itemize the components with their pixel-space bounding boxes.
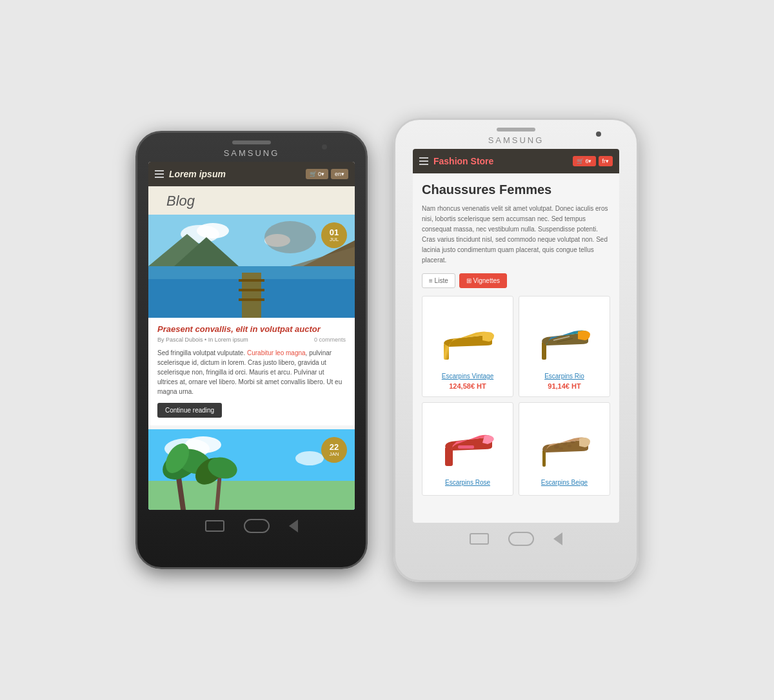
product-name-2[interactable]: Escarpins Rio	[544, 373, 584, 380]
page-description: Nam rhoncus venenatis velit sit amet vol…	[422, 204, 610, 266]
camera-dark	[322, 144, 327, 150]
speaker-dark	[232, 141, 271, 144]
post-image-2: 22 JAN	[148, 429, 355, 510]
app-header-dark: Lorem ipsum 🛒 0▾ en▾	[148, 162, 355, 186]
product-image-2	[526, 303, 603, 367]
view-toggle: ≡ Liste ⊞ Vignettes	[422, 273, 610, 288]
hamburger-line	[155, 173, 164, 175]
brand-white: SAMSUNG	[488, 135, 544, 145]
lang-label-white: fr▾	[602, 158, 610, 164]
product-price-1: 124,58€ HT	[449, 382, 486, 390]
svg-point-2	[197, 223, 229, 238]
date-day-1: 01	[330, 228, 339, 237]
post-comments-1[interactable]: 0 comments	[314, 336, 346, 343]
cart-count-white: 6▾	[585, 158, 591, 164]
product-image-4	[526, 409, 603, 474]
bottom-buttons-dark	[137, 510, 366, 541]
svg-point-35	[571, 441, 575, 443]
bottom-buttons-white	[395, 523, 637, 554]
blog-title-area: Blog	[148, 186, 355, 215]
hamburger-line	[419, 164, 428, 165]
blog-post-2: 22 JAN	[148, 429, 355, 510]
home-button-dark[interactable]	[244, 519, 270, 533]
page-title-fashion: Chaussures Femmes	[422, 182, 610, 197]
svg-rect-10	[239, 289, 264, 291]
product-name-3[interactable]: Escarpins Rose	[445, 479, 490, 486]
svg-point-36	[559, 447, 563, 450]
cart-icon-white: 🛒	[577, 158, 584, 164]
text-highlight: Curabitur leo magna	[247, 349, 306, 356]
app-header-white: Fashion Store 🛒 6▾ fr▾	[413, 149, 619, 173]
blog-content: Blog	[148, 186, 355, 510]
date-badge-1: 01 JUL	[321, 222, 347, 248]
shoe-svg-pink	[437, 414, 499, 469]
hamburger-line	[155, 170, 164, 171]
post-text-1: Sed fringilla volutpat vulputate. Curabi…	[157, 348, 346, 396]
products-grid: Escarpins Vintage 124,58€ HT	[422, 296, 610, 496]
screen-white: Fashion Store 🛒 6▾ fr▾ Chaussures Femmes…	[413, 149, 619, 523]
svg-point-33	[554, 445, 559, 449]
blog-title: Blog	[157, 186, 204, 214]
date-month-1: JUL	[330, 237, 339, 242]
product-card-4: Escarpins Beige	[519, 402, 610, 496]
camera-white	[596, 131, 601, 137]
product-name-1[interactable]: Escarpins Vintage	[442, 373, 493, 380]
hamburger-line	[419, 157, 428, 159]
date-badge-2: 22 JAN	[321, 437, 347, 463]
recent-button-white[interactable]	[553, 532, 562, 545]
shoe-svg-gold	[437, 308, 499, 363]
svg-point-34	[563, 443, 567, 445]
blog-post-1: 01 JUL Praesent convallis, elit in volut…	[148, 215, 355, 425]
post-author-1: By Pascal Dubois • In Lorem ipsum	[157, 336, 248, 343]
home-button-white[interactable]	[508, 532, 534, 546]
shoe-svg-multi	[534, 308, 595, 363]
svg-rect-9	[239, 279, 264, 282]
cart-button-white[interactable]: 🛒 6▾	[573, 156, 595, 166]
continue-reading-button[interactable]: Continue reading	[157, 403, 222, 418]
list-view-button[interactable]: ≡ Liste	[422, 273, 455, 288]
lang-label-dark: en▾	[335, 171, 344, 177]
hamburger-line	[419, 160, 428, 162]
shoe-svg-beige	[534, 414, 595, 469]
brand-dark: SAMSUNG	[224, 148, 280, 158]
svg-point-18	[295, 451, 324, 465]
svg-point-37	[568, 445, 571, 447]
recent-button-dark[interactable]	[289, 520, 298, 532]
lang-button-white[interactable]: fr▾	[599, 156, 613, 166]
hamburger-line	[155, 177, 164, 178]
product-card-2: Escarpins Rio 91,14€ HT	[519, 296, 610, 397]
post-meta-1: By Pascal Dubois • In Lorem ipsum 0 comm…	[157, 336, 346, 343]
product-name-4[interactable]: Escarpins Beige	[541, 479, 588, 486]
product-image-1	[429, 303, 506, 367]
app-title-fashion: Fashion Store	[433, 156, 573, 166]
speaker-white	[497, 128, 535, 131]
app-title-lorem: Lorem ipsum	[169, 169, 306, 179]
hamburger-menu-white[interactable]	[419, 157, 428, 165]
grid-view-button[interactable]: ⊞ Vignettes	[459, 273, 507, 288]
post-title-1[interactable]: Praesent convallis, elit in volutpat auc…	[157, 324, 346, 334]
product-price-2: 91,14€ HT	[548, 382, 580, 390]
svg-point-3	[264, 234, 290, 247]
date-day-2: 22	[330, 443, 339, 451]
back-button-white[interactable]	[470, 533, 489, 545]
product-card-3: Escarpins Rose	[422, 402, 513, 496]
product-image-3	[429, 409, 506, 474]
screen-dark: Lorem ipsum 🛒 0▾ en▾ Blog	[148, 162, 355, 510]
cart-icon-dark: 🛒	[310, 171, 317, 177]
fashion-screen-content: Chaussures Femmes Nam rhoncus venenatis …	[413, 173, 619, 523]
back-button-dark[interactable]	[205, 520, 224, 532]
phone-white: SAMSUNG Fashion Store 🛒 6▾ fr▾ Chaussure…	[393, 118, 639, 582]
svg-rect-11	[239, 298, 264, 301]
product-card-1: Escarpins Vintage 124,58€ HT	[422, 296, 513, 397]
cart-button-dark[interactable]: 🛒 0▾	[306, 169, 328, 179]
svg-rect-31	[458, 445, 474, 449]
phone-dark: SAMSUNG Lorem ipsum 🛒 0▾ en▾ Blog	[135, 131, 368, 569]
cart-count-dark: 0▾	[318, 171, 324, 177]
lang-button-dark[interactable]: en▾	[331, 169, 348, 179]
date-month-2: JAN	[329, 452, 339, 457]
fashion-main: Chaussures Femmes Nam rhoncus venenatis …	[413, 173, 619, 505]
post-body-1: Praesent convallis, elit in volutpat auc…	[148, 318, 355, 425]
svg-rect-32	[542, 450, 546, 467]
hamburger-menu-dark[interactable]	[155, 170, 164, 178]
post-image-1: 01 JUL	[148, 215, 355, 318]
